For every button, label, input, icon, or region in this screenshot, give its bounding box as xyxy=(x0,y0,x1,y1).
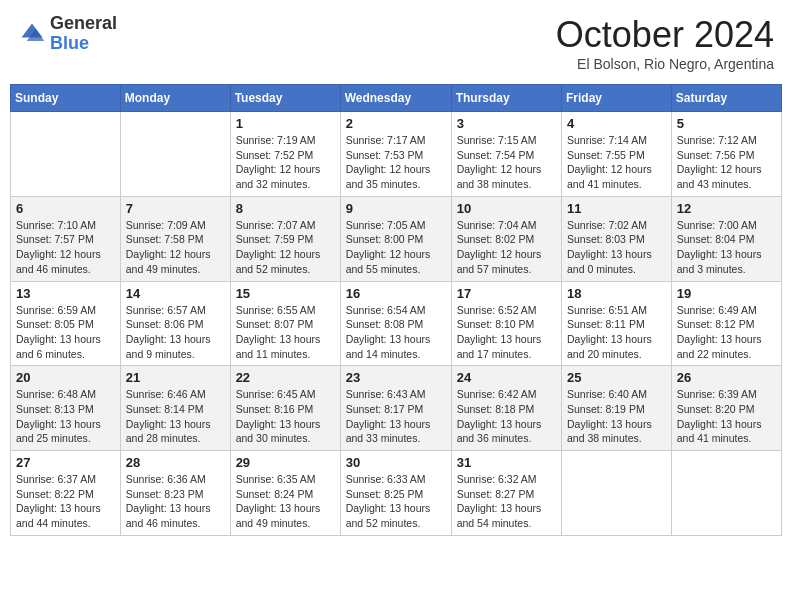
logo-text: General Blue xyxy=(50,14,117,54)
calendar-cell: 30Sunrise: 6:33 AM Sunset: 8:25 PM Dayli… xyxy=(340,451,451,536)
calendar-cell: 20Sunrise: 6:48 AM Sunset: 8:13 PM Dayli… xyxy=(11,366,121,451)
day-number: 15 xyxy=(236,286,335,301)
calendar-cell xyxy=(11,112,121,197)
day-info: Sunrise: 6:59 AM Sunset: 8:05 PM Dayligh… xyxy=(16,303,115,362)
day-number: 13 xyxy=(16,286,115,301)
calendar-cell: 16Sunrise: 6:54 AM Sunset: 8:08 PM Dayli… xyxy=(340,281,451,366)
calendar-cell: 28Sunrise: 6:36 AM Sunset: 8:23 PM Dayli… xyxy=(120,451,230,536)
col-tuesday: Tuesday xyxy=(230,85,340,112)
day-info: Sunrise: 6:51 AM Sunset: 8:11 PM Dayligh… xyxy=(567,303,666,362)
week-row-4: 20Sunrise: 6:48 AM Sunset: 8:13 PM Dayli… xyxy=(11,366,782,451)
col-wednesday: Wednesday xyxy=(340,85,451,112)
calendar-cell: 6Sunrise: 7:10 AM Sunset: 7:57 PM Daylig… xyxy=(11,196,121,281)
day-info: Sunrise: 6:48 AM Sunset: 8:13 PM Dayligh… xyxy=(16,387,115,446)
calendar-cell: 26Sunrise: 6:39 AM Sunset: 8:20 PM Dayli… xyxy=(671,366,781,451)
day-info: Sunrise: 6:52 AM Sunset: 8:10 PM Dayligh… xyxy=(457,303,556,362)
calendar-cell xyxy=(120,112,230,197)
col-friday: Friday xyxy=(562,85,672,112)
calendar-cell: 18Sunrise: 6:51 AM Sunset: 8:11 PM Dayli… xyxy=(562,281,672,366)
day-info: Sunrise: 7:10 AM Sunset: 7:57 PM Dayligh… xyxy=(16,218,115,277)
day-info: Sunrise: 6:32 AM Sunset: 8:27 PM Dayligh… xyxy=(457,472,556,531)
calendar-header: Sunday Monday Tuesday Wednesday Thursday… xyxy=(11,85,782,112)
calendar-cell xyxy=(671,451,781,536)
day-info: Sunrise: 6:37 AM Sunset: 8:22 PM Dayligh… xyxy=(16,472,115,531)
day-info: Sunrise: 7:09 AM Sunset: 7:58 PM Dayligh… xyxy=(126,218,225,277)
calendar-cell xyxy=(562,451,672,536)
day-number: 19 xyxy=(677,286,776,301)
calendar-cell: 7Sunrise: 7:09 AM Sunset: 7:58 PM Daylig… xyxy=(120,196,230,281)
calendar-cell: 3Sunrise: 7:15 AM Sunset: 7:54 PM Daylig… xyxy=(451,112,561,197)
calendar-cell: 13Sunrise: 6:59 AM Sunset: 8:05 PM Dayli… xyxy=(11,281,121,366)
day-number: 7 xyxy=(126,201,225,216)
day-number: 2 xyxy=(346,116,446,131)
day-number: 6 xyxy=(16,201,115,216)
calendar-cell: 9Sunrise: 7:05 AM Sunset: 8:00 PM Daylig… xyxy=(340,196,451,281)
calendar-cell: 15Sunrise: 6:55 AM Sunset: 8:07 PM Dayli… xyxy=(230,281,340,366)
day-number: 5 xyxy=(677,116,776,131)
day-number: 30 xyxy=(346,455,446,470)
day-number: 24 xyxy=(457,370,556,385)
day-number: 10 xyxy=(457,201,556,216)
calendar-cell: 12Sunrise: 7:00 AM Sunset: 8:04 PM Dayli… xyxy=(671,196,781,281)
calendar-cell: 10Sunrise: 7:04 AM Sunset: 8:02 PM Dayli… xyxy=(451,196,561,281)
col-monday: Monday xyxy=(120,85,230,112)
calendar-cell: 31Sunrise: 6:32 AM Sunset: 8:27 PM Dayli… xyxy=(451,451,561,536)
calendar-cell: 2Sunrise: 7:17 AM Sunset: 7:53 PM Daylig… xyxy=(340,112,451,197)
day-number: 14 xyxy=(126,286,225,301)
col-thursday: Thursday xyxy=(451,85,561,112)
day-info: Sunrise: 6:45 AM Sunset: 8:16 PM Dayligh… xyxy=(236,387,335,446)
day-number: 27 xyxy=(16,455,115,470)
calendar-table: Sunday Monday Tuesday Wednesday Thursday… xyxy=(10,84,782,536)
day-number: 12 xyxy=(677,201,776,216)
calendar-cell: 4Sunrise: 7:14 AM Sunset: 7:55 PM Daylig… xyxy=(562,112,672,197)
calendar-body: 1Sunrise: 7:19 AM Sunset: 7:52 PM Daylig… xyxy=(11,112,782,536)
day-number: 17 xyxy=(457,286,556,301)
calendar-cell: 25Sunrise: 6:40 AM Sunset: 8:19 PM Dayli… xyxy=(562,366,672,451)
day-info: Sunrise: 7:14 AM Sunset: 7:55 PM Dayligh… xyxy=(567,133,666,192)
day-info: Sunrise: 7:04 AM Sunset: 8:02 PM Dayligh… xyxy=(457,218,556,277)
day-info: Sunrise: 6:54 AM Sunset: 8:08 PM Dayligh… xyxy=(346,303,446,362)
day-info: Sunrise: 6:57 AM Sunset: 8:06 PM Dayligh… xyxy=(126,303,225,362)
day-number: 21 xyxy=(126,370,225,385)
day-number: 25 xyxy=(567,370,666,385)
day-info: Sunrise: 7:07 AM Sunset: 7:59 PM Dayligh… xyxy=(236,218,335,277)
day-number: 1 xyxy=(236,116,335,131)
week-row-1: 1Sunrise: 7:19 AM Sunset: 7:52 PM Daylig… xyxy=(11,112,782,197)
day-info: Sunrise: 6:43 AM Sunset: 8:17 PM Dayligh… xyxy=(346,387,446,446)
day-info: Sunrise: 6:55 AM Sunset: 8:07 PM Dayligh… xyxy=(236,303,335,362)
logo-icon xyxy=(18,20,46,48)
day-number: 8 xyxy=(236,201,335,216)
day-number: 3 xyxy=(457,116,556,131)
calendar-cell: 5Sunrise: 7:12 AM Sunset: 7:56 PM Daylig… xyxy=(671,112,781,197)
col-sunday: Sunday xyxy=(11,85,121,112)
day-info: Sunrise: 6:36 AM Sunset: 8:23 PM Dayligh… xyxy=(126,472,225,531)
day-info: Sunrise: 7:00 AM Sunset: 8:04 PM Dayligh… xyxy=(677,218,776,277)
week-row-3: 13Sunrise: 6:59 AM Sunset: 8:05 PM Dayli… xyxy=(11,281,782,366)
day-number: 22 xyxy=(236,370,335,385)
calendar-cell: 14Sunrise: 6:57 AM Sunset: 8:06 PM Dayli… xyxy=(120,281,230,366)
day-number: 28 xyxy=(126,455,225,470)
day-info: Sunrise: 6:40 AM Sunset: 8:19 PM Dayligh… xyxy=(567,387,666,446)
week-row-2: 6Sunrise: 7:10 AM Sunset: 7:57 PM Daylig… xyxy=(11,196,782,281)
calendar-cell: 22Sunrise: 6:45 AM Sunset: 8:16 PM Dayli… xyxy=(230,366,340,451)
day-info: Sunrise: 6:33 AM Sunset: 8:25 PM Dayligh… xyxy=(346,472,446,531)
calendar-cell: 17Sunrise: 6:52 AM Sunset: 8:10 PM Dayli… xyxy=(451,281,561,366)
day-info: Sunrise: 6:42 AM Sunset: 8:18 PM Dayligh… xyxy=(457,387,556,446)
header-row: Sunday Monday Tuesday Wednesday Thursday… xyxy=(11,85,782,112)
calendar-cell: 8Sunrise: 7:07 AM Sunset: 7:59 PM Daylig… xyxy=(230,196,340,281)
day-number: 11 xyxy=(567,201,666,216)
month-title: October 2024 xyxy=(556,14,774,56)
logo: General Blue xyxy=(18,14,117,54)
day-info: Sunrise: 7:19 AM Sunset: 7:52 PM Dayligh… xyxy=(236,133,335,192)
page-header: General Blue October 2024 El Bolson, Rio… xyxy=(10,10,782,76)
calendar-cell: 29Sunrise: 6:35 AM Sunset: 8:24 PM Dayli… xyxy=(230,451,340,536)
week-row-5: 27Sunrise: 6:37 AM Sunset: 8:22 PM Dayli… xyxy=(11,451,782,536)
calendar-cell: 21Sunrise: 6:46 AM Sunset: 8:14 PM Dayli… xyxy=(120,366,230,451)
day-number: 9 xyxy=(346,201,446,216)
col-saturday: Saturday xyxy=(671,85,781,112)
day-info: Sunrise: 7:15 AM Sunset: 7:54 PM Dayligh… xyxy=(457,133,556,192)
day-number: 29 xyxy=(236,455,335,470)
calendar-cell: 11Sunrise: 7:02 AM Sunset: 8:03 PM Dayli… xyxy=(562,196,672,281)
day-info: Sunrise: 6:49 AM Sunset: 8:12 PM Dayligh… xyxy=(677,303,776,362)
day-info: Sunrise: 7:05 AM Sunset: 8:00 PM Dayligh… xyxy=(346,218,446,277)
